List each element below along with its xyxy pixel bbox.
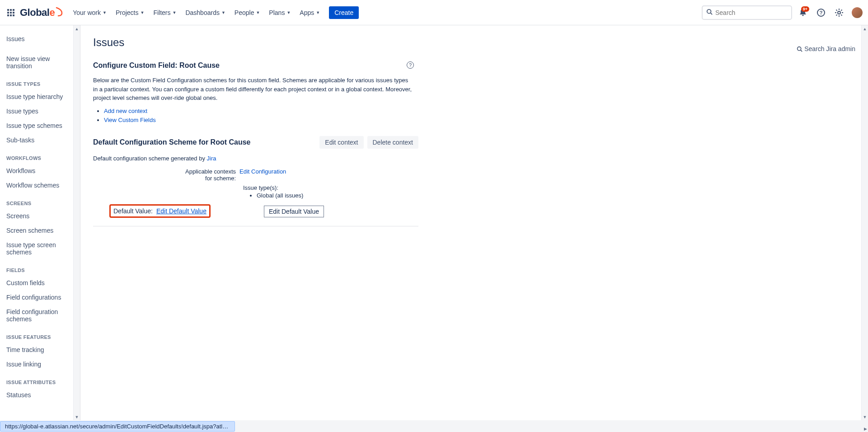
help-icon[interactable]: ? xyxy=(814,5,828,20)
sidebar-section-issue-types: ISSUE TYPES xyxy=(0,73,80,89)
sidebar-field-configuration-schemes[interactable]: Field configuration schemes xyxy=(0,305,80,326)
svg-rect-7 xyxy=(10,14,12,16)
jira-link[interactable]: Jira xyxy=(207,155,216,162)
notifications-icon[interactable]: 9+ xyxy=(796,5,810,20)
svg-rect-6 xyxy=(7,14,9,16)
sidebar-heading: Issues xyxy=(0,33,80,52)
svg-point-14 xyxy=(798,47,801,50)
sidebar-sub-tasks[interactable]: Sub-tasks xyxy=(0,133,80,147)
svg-rect-0 xyxy=(7,9,9,11)
scroll-down-icon[interactable]: ▼ xyxy=(862,413,868,420)
chevron-down-icon: ▼ xyxy=(286,10,291,15)
sidebar-issue-types[interactable]: Issue types xyxy=(0,104,80,118)
sidebar-issue-type-screen-schemes[interactable]: Issue type screen schemes xyxy=(0,238,80,259)
scheme-header: Default Configuration Scheme for Root Ca… xyxy=(93,138,250,146)
sidebar-workflows[interactable]: Workflows xyxy=(0,164,80,178)
issue-types-block: Issue type(s): Global (all issues) xyxy=(243,184,418,199)
search-box[interactable] xyxy=(702,5,792,20)
sidebar-issue-type-schemes[interactable]: Issue type schemes xyxy=(0,118,80,133)
svg-rect-8 xyxy=(13,14,14,16)
tooltip: Edit Default Value xyxy=(264,206,324,217)
nav-apps[interactable]: Apps▼ xyxy=(296,7,324,18)
sidebar-screens[interactable]: Screens xyxy=(0,209,80,223)
sidebar-issue-linking[interactable]: Issue linking xyxy=(0,357,80,371)
sidebar-section-screens: SCREENS xyxy=(0,193,80,209)
notification-badge: 9+ xyxy=(801,6,809,12)
issue-types-list: Global (all issues) xyxy=(243,192,418,199)
edit-context-button[interactable]: Edit context xyxy=(319,136,363,149)
logo-text: Global xyxy=(20,7,49,19)
main: Issues Search Jira admin Configure Custo… xyxy=(80,25,868,420)
main-scrollbar[interactable]: ▲ ▼ xyxy=(861,25,868,420)
default-value-label: Default Value: xyxy=(113,207,156,215)
svg-rect-2 xyxy=(13,9,14,11)
svg-point-9 xyxy=(707,9,711,14)
edit-default-value-link[interactable]: Edit Default Value xyxy=(156,207,206,215)
logo[interactable]: Globale xyxy=(20,7,64,19)
scroll-up-icon[interactable]: ▲ xyxy=(862,25,868,32)
layout: ▲ ▼ Issues New issue view transition ISS… xyxy=(0,25,868,420)
svg-line-15 xyxy=(801,50,802,51)
chevron-down-icon: ▼ xyxy=(316,10,320,15)
divider xyxy=(93,226,418,226)
avatar[interactable] xyxy=(852,7,863,18)
sidebar-statuses[interactable]: Statuses xyxy=(0,388,80,402)
svg-rect-3 xyxy=(7,12,9,14)
sidebar-workflow-schemes[interactable]: Workflow schemes xyxy=(0,178,80,193)
chevron-down-icon: ▼ xyxy=(103,10,107,15)
search-icon xyxy=(706,9,713,16)
sidebar-issue-type-hierarchy[interactable]: Issue type hierarchy xyxy=(0,89,80,104)
applicable-contexts-row: Applicable contexts for scheme: Edit Con… xyxy=(93,168,418,182)
sidebar-section-issue-attributes: ISSUE ATTRIBUTES xyxy=(0,371,80,388)
sidebar-screen-schemes[interactable]: Screen schemes xyxy=(0,223,80,238)
sidebar-time-tracking[interactable]: Time tracking xyxy=(0,343,80,357)
nav-your-work[interactable]: Your work▼ xyxy=(69,7,110,18)
chevron-down-icon: ▼ xyxy=(256,10,260,15)
sidebar-custom-fields[interactable]: Custom fields xyxy=(0,276,80,290)
issue-types-label: Issue type(s): xyxy=(243,184,418,191)
svg-rect-1 xyxy=(10,9,12,11)
sidebar-field-configurations[interactable]: Field configurations xyxy=(0,290,80,305)
scroll-up-icon[interactable]: ▲ xyxy=(74,25,80,32)
global-issues-item: Global (all issues) xyxy=(257,192,418,199)
edit-configuration-link[interactable]: Edit Configuration xyxy=(239,168,286,175)
app-switcher-icon[interactable] xyxy=(5,7,16,18)
svg-text:?: ? xyxy=(820,10,823,15)
search-input[interactable] xyxy=(715,9,788,16)
nav-right: 9+ ? xyxy=(702,5,863,20)
scheme-header-row: Default Configuration Scheme for Root Ca… xyxy=(93,136,418,149)
sidebar-inner: Issues New issue view transition ISSUE T… xyxy=(0,25,80,402)
sidebar-scrollbar[interactable]: ▲ ▼ xyxy=(73,25,80,420)
svg-rect-5 xyxy=(13,12,14,14)
settings-icon[interactable] xyxy=(832,5,846,20)
generated-by-text: Default configuration scheme generated b… xyxy=(93,155,855,162)
admin-search-link[interactable]: Search Jira admin xyxy=(797,45,855,52)
sidebar-section-workflows: WORKFLOWS xyxy=(0,147,80,164)
top-nav: Globale Your work▼ Projects▼ Filters▼ Da… xyxy=(0,0,868,25)
svg-point-13 xyxy=(838,11,840,14)
default-value-row: Default Value: Edit Default Value xyxy=(93,204,418,218)
create-button[interactable]: Create xyxy=(329,6,359,19)
sub-header-row: Configure Custom Field: Root Cause ? xyxy=(93,61,414,76)
sidebar: ▲ ▼ Issues New issue view transition ISS… xyxy=(0,25,80,420)
nav-people[interactable]: People▼ xyxy=(231,7,264,18)
nav-dashboards[interactable]: Dashboards▼ xyxy=(182,7,229,18)
scroll-down-icon[interactable]: ▼ xyxy=(74,413,80,420)
description-text: Below are the Custom Field Configuration… xyxy=(93,76,414,103)
chevron-down-icon: ▼ xyxy=(221,10,225,15)
view-custom-fields-link[interactable]: View Custom Fields xyxy=(104,117,156,123)
configure-subheader: Configure Custom Field: Root Cause xyxy=(93,61,220,70)
page-title: Issues xyxy=(93,36,124,49)
context-links: Add new context View Custom Fields xyxy=(93,107,855,123)
add-new-context-link[interactable]: Add new context xyxy=(104,108,147,114)
sidebar-section-issue-features: ISSUE FEATURES xyxy=(0,326,80,343)
highlight-annotation: Default Value: Edit Default Value xyxy=(109,204,211,218)
sidebar-new-issue-view[interactable]: New issue view transition xyxy=(0,52,80,73)
nav-filters[interactable]: Filters▼ xyxy=(150,7,180,18)
help-question-icon[interactable]: ? xyxy=(407,61,414,69)
nav-projects[interactable]: Projects▼ xyxy=(112,7,148,18)
nav-plans[interactable]: Plans▼ xyxy=(265,7,294,18)
nav-left: Globale Your work▼ Projects▼ Filters▼ Da… xyxy=(5,6,359,19)
sidebar-section-fields: FIELDS xyxy=(0,259,80,276)
delete-context-button[interactable]: Delete context xyxy=(367,136,419,149)
